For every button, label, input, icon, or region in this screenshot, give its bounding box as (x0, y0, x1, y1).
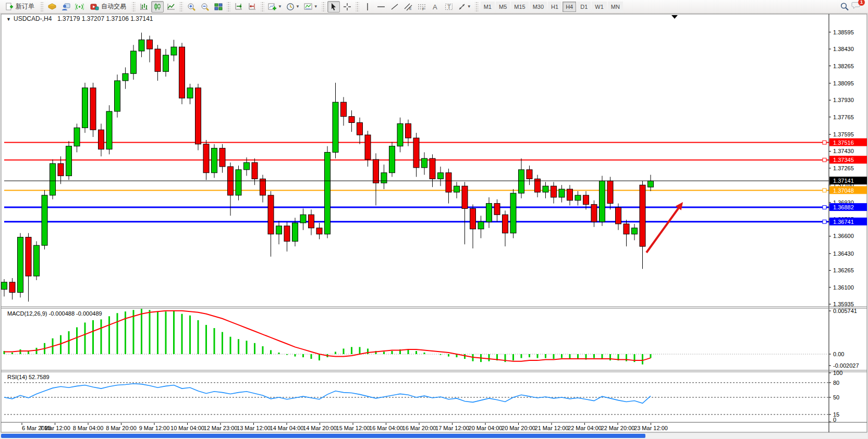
rsi-scale-label: 80 (833, 380, 839, 386)
horizontal-line-button[interactable] (375, 1, 387, 12)
timeframe-m15[interactable]: M15 (511, 2, 528, 12)
candle-bear (527, 170, 532, 179)
timeframe-d1[interactable]: D1 (577, 2, 591, 12)
price-tick-label: 1.37930 (833, 97, 854, 103)
chart-canvas[interactable]: ▼USDCAD-,H41.37179 1.37207 1.37106 1.371… (0, 0, 868, 439)
crosshair-button[interactable] (341, 1, 353, 12)
date-label: 15 Mar 12:00 (336, 425, 370, 431)
candle-bull (397, 123, 403, 146)
candle-bull (139, 40, 144, 51)
metaeditor-button[interactable] (46, 1, 58, 12)
vertical-line-button[interactable] (361, 1, 374, 12)
text-label-button[interactable]: T (443, 1, 455, 12)
candle-bull (648, 181, 654, 187)
timeframe-m30[interactable]: M30 (530, 2, 547, 12)
new-order-button[interactable]: 新订单 (2, 1, 38, 12)
auto-scroll-button[interactable] (233, 1, 245, 12)
candle-bear (147, 40, 153, 49)
candle-bull (333, 102, 338, 152)
candle-bull (82, 88, 88, 128)
chart-shift-icon (248, 3, 256, 11)
chart-shift-button[interactable] (246, 1, 259, 12)
candle-bear (179, 47, 185, 98)
candle-bear (58, 164, 64, 176)
timeframe-h1[interactable]: H1 (548, 2, 561, 12)
candle-bull (34, 245, 40, 276)
price-label: 1.36741 (833, 219, 854, 225)
add-indicator-button[interactable]: ▼ (266, 1, 284, 12)
candle-bear (365, 135, 371, 159)
tile-windows-icon (214, 3, 223, 11)
candle-bear (309, 215, 314, 228)
arrows-button[interactable]: ▼ (456, 1, 473, 12)
bar-chart-button[interactable] (138, 1, 150, 12)
chart-menu-icon: ▼ (6, 17, 11, 22)
line-anchor-handle[interactable] (823, 220, 826, 223)
candlestick-chart-icon (153, 3, 162, 11)
candle-bull (131, 51, 137, 73)
cursor-button[interactable] (327, 1, 340, 12)
timeframe-m5[interactable]: M5 (496, 2, 510, 12)
candle-bear (430, 158, 435, 179)
toolbar-grip (322, 2, 325, 11)
candle-bear (567, 189, 573, 200)
timeframe-m1[interactable]: M1 (481, 2, 495, 12)
signals-icon (75, 3, 84, 11)
vertical-line-icon (364, 3, 371, 11)
price-label: 1.37048 (833, 187, 854, 194)
rsi-label: RSI(14) 52.7589 (7, 374, 50, 380)
candle-bull (212, 148, 217, 173)
candle-bull (74, 128, 80, 146)
text-label-icon: T (445, 3, 453, 11)
navigator-button[interactable] (59, 1, 72, 12)
candle-bull (454, 186, 460, 192)
tile-windows-button[interactable] (212, 1, 225, 12)
signals-button[interactable] (73, 1, 85, 12)
line-anchor-handle[interactable] (823, 141, 826, 144)
timeframe-h4[interactable]: H4 (563, 2, 576, 12)
candle-bull (66, 146, 72, 176)
line-anchor-handle[interactable] (823, 206, 826, 209)
channel-button[interactable]: E (402, 1, 414, 12)
zoom-in-button[interactable] (185, 1, 198, 12)
chat-button[interactable]: 1 (851, 1, 862, 12)
line-chart-button[interactable] (165, 1, 177, 12)
chevron-down-icon: ▼ (467, 4, 471, 9)
candle-bear (640, 185, 645, 246)
candle-bear (284, 226, 290, 241)
timeframe-mn[interactable]: MN (608, 2, 623, 12)
channel-icon: E (404, 3, 412, 11)
candle-bear (268, 195, 274, 234)
candle-bull (600, 181, 605, 222)
chevron-down-icon: ▼ (314, 4, 318, 9)
candle-bear (616, 208, 621, 224)
autotrading-button[interactable]: 自动交易 (87, 1, 130, 12)
text-button[interactable]: A (429, 1, 442, 12)
bar-chart-icon (140, 3, 148, 11)
line-anchor-handle[interactable] (823, 189, 826, 192)
template-button[interactable]: ▼ (302, 1, 320, 12)
crosshair-icon (343, 3, 351, 11)
candlestick-chart-button[interactable] (151, 1, 164, 12)
trendline-button[interactable] (388, 1, 401, 12)
search-button[interactable] (838, 1, 851, 12)
date-label: 8 Mar 04:00 (73, 425, 104, 431)
candle-bear (494, 204, 500, 215)
periods-button[interactable]: ▼ (285, 1, 301, 12)
macd-scale-label: 0.005741 (833, 308, 857, 314)
line-anchor-handle[interactable] (823, 158, 826, 162)
candle-bear (349, 117, 354, 123)
candle-bear (203, 144, 209, 173)
fibonacci-button[interactable]: F (415, 1, 428, 12)
zoom-out-button[interactable] (199, 1, 211, 12)
candle-bear (607, 181, 613, 203)
timeframe-w1[interactable]: W1 (592, 2, 607, 12)
date-label: 9 Mar 12:00 (139, 425, 170, 431)
candle-bull (300, 215, 306, 223)
candle-bull (438, 173, 444, 179)
candle-bear (470, 208, 476, 229)
candle-bull (244, 162, 250, 170)
candle-bull (478, 222, 484, 229)
scrollbar-thumb[interactable] (1, 434, 645, 438)
candle-bull (42, 195, 47, 245)
